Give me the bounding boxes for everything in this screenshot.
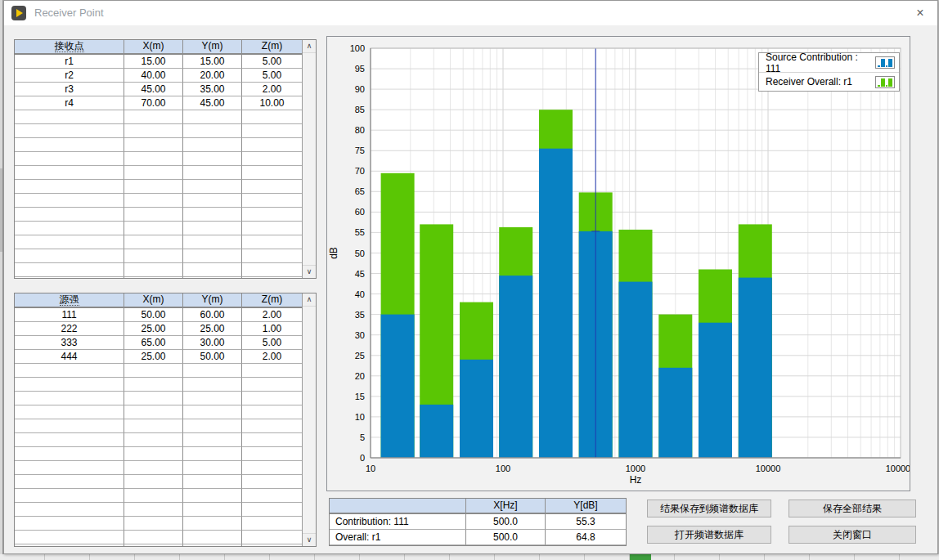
table-cell[interactable] <box>15 544 124 546</box>
spectrum-chart[interactable]: 0510152025303540455055606570758085909510… <box>326 36 910 491</box>
table-cell[interactable]: 64.8 <box>546 530 626 545</box>
table-cell[interactable] <box>15 194 124 208</box>
table-cell[interactable] <box>124 475 183 489</box>
table-cell[interactable] <box>242 517 302 531</box>
table-cell[interactable] <box>242 503 302 517</box>
table-cell[interactable] <box>183 544 242 546</box>
table-cell[interactable] <box>15 166 124 180</box>
table-cell[interactable] <box>183 180 242 194</box>
table-cell[interactable] <box>124 166 183 180</box>
table-cell[interactable] <box>183 222 242 235</box>
table-cell[interactable] <box>242 222 302 235</box>
table-cell[interactable] <box>183 166 242 180</box>
table-cell[interactable]: 5.00 <box>242 69 302 83</box>
close-icon[interactable]: × <box>911 4 929 22</box>
table-cell[interactable] <box>15 263 124 277</box>
table-cell[interactable] <box>183 503 242 517</box>
table-cell[interactable] <box>183 378 242 392</box>
table-cell[interactable] <box>183 489 242 503</box>
table-cell[interactable] <box>242 364 302 378</box>
table-cell[interactable] <box>242 489 302 503</box>
table-cell[interactable] <box>15 152 124 166</box>
table-cell[interactable]: 60.00 <box>183 308 242 322</box>
table-cell[interactable] <box>183 194 242 208</box>
table-cell[interactable] <box>15 208 124 222</box>
table-cell[interactable] <box>124 208 183 222</box>
table-cell[interactable]: 65.00 <box>124 336 183 350</box>
table-cell[interactable] <box>124 517 183 531</box>
table-cell[interactable]: 15.00 <box>124 55 183 69</box>
table-cell[interactable] <box>242 277 302 278</box>
table-cell[interactable]: 222 <box>15 322 124 336</box>
table-cell[interactable] <box>183 531 242 544</box>
table-cell[interactable] <box>242 124 302 138</box>
close-window-button[interactable]: 关闭窗口 <box>788 526 916 544</box>
table-cell[interactable] <box>124 405 183 419</box>
column-header[interactable]: 源强 <box>15 293 124 308</box>
table-cell[interactable] <box>15 503 124 517</box>
table-cell[interactable]: Contribution: 111 <box>330 514 466 530</box>
table-cell[interactable]: 500.0 <box>466 514 546 530</box>
table-cell[interactable] <box>124 110 183 124</box>
save-to-spectrum-db-button[interactable]: 结果保存到频谱数据库 <box>647 500 771 517</box>
table-cell[interactable] <box>124 152 183 166</box>
table-cell[interactable]: 50.00 <box>183 350 242 364</box>
table-cell[interactable] <box>124 531 183 544</box>
table-cell[interactable] <box>242 447 302 461</box>
table-cell[interactable] <box>183 392 242 405</box>
table-cell[interactable] <box>124 461 183 475</box>
table-cell[interactable] <box>124 433 183 447</box>
table-cell[interactable] <box>242 419 302 433</box>
table-cell[interactable] <box>124 392 183 405</box>
table-cell[interactable] <box>15 222 124 235</box>
table-cell[interactable] <box>15 378 124 392</box>
table-cell[interactable]: 70.00 <box>124 96 183 110</box>
table-cell[interactable] <box>15 235 124 249</box>
table-cell[interactable] <box>183 110 242 124</box>
column-header[interactable]: Z(m) <box>242 40 302 55</box>
table-cell[interactable] <box>242 110 302 124</box>
table-cell[interactable]: 20.00 <box>183 69 242 83</box>
table-cell[interactable]: 10.00 <box>242 96 302 110</box>
table-cell[interactable] <box>242 208 302 222</box>
table-cell[interactable]: 25.00 <box>124 350 183 364</box>
table-cell[interactable] <box>124 544 183 546</box>
table-cell[interactable] <box>242 235 302 249</box>
table-cell[interactable] <box>15 392 124 405</box>
table-cell[interactable] <box>124 194 183 208</box>
table-cell[interactable] <box>183 249 242 263</box>
table-cell[interactable]: 35.00 <box>183 83 242 96</box>
column-header[interactable]: Y[dB] <box>546 499 626 514</box>
table-cell[interactable] <box>15 419 124 433</box>
column-header[interactable]: 接收点 <box>15 40 124 55</box>
table-cell[interactable]: Overall: r1 <box>330 530 466 545</box>
scroll-up-icon[interactable]: ∧ <box>303 40 316 53</box>
table-cell[interactable] <box>242 180 302 194</box>
table-cell[interactable] <box>183 419 242 433</box>
table-cell[interactable]: 5.00 <box>242 336 302 350</box>
table-cell[interactable] <box>124 378 183 392</box>
table-cell[interactable]: 30.00 <box>183 336 242 350</box>
table-cell[interactable] <box>124 138 183 152</box>
table-cell[interactable] <box>124 235 183 249</box>
legend-item-contribution[interactable]: Source Contribution : 111 <box>759 53 899 72</box>
table-cell[interactable] <box>15 517 124 531</box>
table-cell[interactable] <box>242 138 302 152</box>
table-cell[interactable] <box>242 249 302 263</box>
table-cell[interactable] <box>124 503 183 517</box>
column-header[interactable] <box>330 499 466 514</box>
table-cell[interactable] <box>183 461 242 475</box>
table-cell[interactable]: 2.00 <box>242 350 302 364</box>
table-cell[interactable] <box>15 461 124 475</box>
table-cell[interactable] <box>183 277 242 278</box>
table-cell[interactable] <box>183 405 242 419</box>
table-cell[interactable] <box>242 475 302 489</box>
table-cell[interactable] <box>183 447 242 461</box>
scroll-down-icon[interactable]: ∨ <box>303 533 316 546</box>
chart-plot-area[interactable]: 0510152025303540455055606570758085909510… <box>327 37 910 491</box>
table-cell[interactable] <box>15 124 124 138</box>
table-cell[interactable] <box>242 461 302 475</box>
table-cell[interactable] <box>242 378 302 392</box>
table-cell[interactable]: 25.00 <box>183 322 242 336</box>
table-cell[interactable]: 40.00 <box>124 69 183 83</box>
